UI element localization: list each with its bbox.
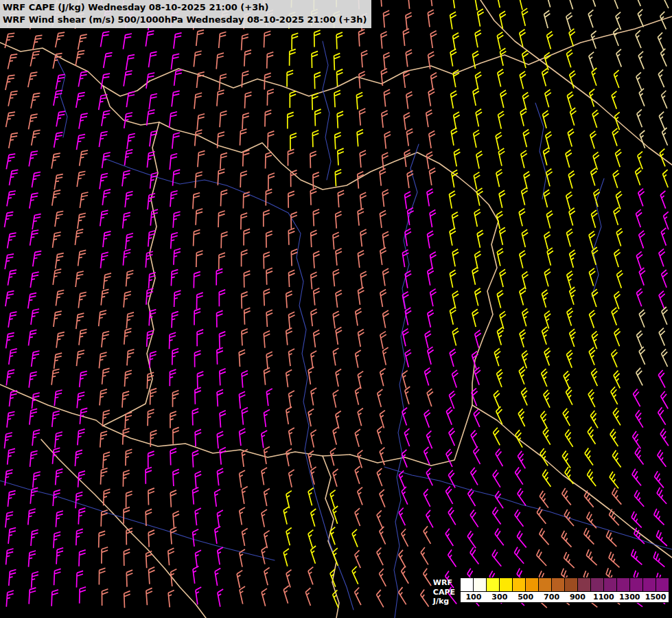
legend-colorbar-wrap: 100300500700900110013001500 (460, 577, 669, 603)
legend-tick-label: 1500 (642, 592, 669, 602)
legend-units-label: J/kg (433, 597, 455, 606)
legend-tick-label: 900 (565, 592, 591, 602)
legend-tick-label: 1100 (590, 592, 616, 602)
legend-color-cell (526, 578, 539, 591)
legend-tick-label: 100 (461, 592, 487, 602)
legend-tick-label: 300 (487, 592, 513, 602)
legend-color-cell (513, 578, 526, 591)
legend-color-cell (461, 578, 474, 591)
legend-color-cell (487, 578, 500, 591)
legend-color-cell (643, 578, 656, 591)
legend-color-cell (539, 578, 552, 591)
map-title-box: WRF CAPE (J/kg) Wednesday 08-10-2025 21:… (0, 0, 371, 28)
legend-color-cell (630, 578, 643, 591)
legend-variable-label: CAPE (433, 588, 455, 597)
title-line-windshear: WRF Wind shear (m/s) 500/1000hPa Wednesd… (3, 14, 367, 26)
legend-model-label: WRF (433, 578, 455, 588)
cape-legend: WRF CAPE J/kg 10030050070090011001300150… (433, 577, 669, 606)
legend-color-cell (656, 578, 669, 591)
legend-color-cell (552, 578, 565, 591)
title-line-cape: WRF CAPE (J/kg) Wednesday 08-10-2025 21:… (3, 1, 367, 14)
legend-color-cell (474, 578, 487, 591)
legend-variable-labels: WRF CAPE J/kg (433, 578, 455, 606)
weather-map-stage: WRF CAPE (J/kg) Wednesday 08-10-2025 21:… (0, 0, 672, 618)
legend-color-cell (500, 578, 513, 591)
legend-tick-label: 700 (539, 592, 565, 602)
legend-colorbar (461, 578, 669, 591)
legend-tick-label: 1300 (616, 592, 642, 602)
weather-map (0, 0, 672, 618)
legend-color-cell (604, 578, 617, 591)
legend-color-cell (565, 578, 578, 591)
legend-tick-labels: 100300500700900110013001500 (461, 591, 669, 602)
legend-color-cell (617, 578, 630, 591)
legend-tick-label: 500 (513, 592, 539, 602)
legend-color-cell (591, 578, 604, 591)
legend-color-cell (578, 578, 591, 591)
